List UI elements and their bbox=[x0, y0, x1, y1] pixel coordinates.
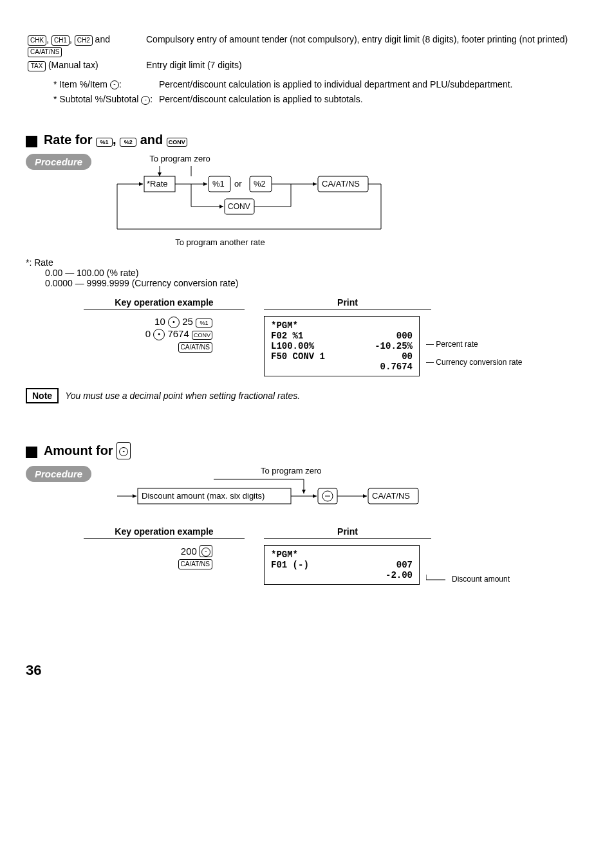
col-key-op: Key operation example bbox=[84, 297, 245, 309]
col-print-2: Print bbox=[264, 526, 431, 539]
col-print: Print bbox=[264, 297, 431, 309]
svg-text:*Rate: *Rate bbox=[147, 179, 168, 189]
svg-text:%2: %2 bbox=[254, 179, 266, 189]
keyop-line3: CA/AT/NS bbox=[26, 340, 212, 353]
procedure-badge: Procedure bbox=[26, 154, 91, 170]
star-1-label: * Subtotal %/Subtotal -: bbox=[53, 94, 153, 104]
amount-keyop-line1: 200 - bbox=[26, 545, 212, 557]
rate-title: Rate for %1, %2 and CONV bbox=[44, 133, 187, 147]
keyop-line2: 0 • 7674 CONV bbox=[26, 328, 212, 340]
svg-text:Discount amount (max. six digi: Discount amount (max. six digits) bbox=[142, 491, 265, 501]
star-0-label: * Item %/Item -: bbox=[53, 79, 122, 89]
annot-discount-amount: Discount amount bbox=[426, 575, 510, 585]
key-ch1: CH1 bbox=[51, 35, 70, 46]
spec-desc-0: Compulsory entry of amount tender (not c… bbox=[145, 33, 587, 58]
annot-percent-rate: — Percent rate bbox=[426, 340, 522, 349]
spec-table: CHK, CH1, CH2 and CA/AT/NS Compulsory en… bbox=[26, 32, 588, 73]
col-key-op-2: Key operation example bbox=[84, 526, 245, 539]
star-0-desc: Percent/discount calculation is applied … bbox=[158, 78, 513, 90]
spec-desc-1: Entry digit limit (7 digits) bbox=[145, 59, 587, 72]
star-1-desc: Percent/discount calculation is applied … bbox=[158, 91, 513, 105]
page-number: 36 bbox=[26, 662, 588, 679]
svg-text:%1: %1 bbox=[212, 179, 225, 189]
key-tax: TAX bbox=[28, 61, 46, 71]
note-text: You must use a decimal point when settin… bbox=[65, 391, 300, 401]
key-ch2: CH2 bbox=[75, 35, 93, 46]
to-program-another: To program another rate bbox=[175, 237, 445, 247]
procedure-badge-2: Procedure bbox=[26, 466, 91, 482]
note-badge: Note bbox=[26, 388, 59, 403]
to-program-zero: To program zero bbox=[149, 154, 445, 163]
to-program-zero-2: To program zero bbox=[111, 466, 471, 476]
rate-info-1: 0.00 — 100.00 (% rate) bbox=[45, 268, 588, 278]
svg-text:CONV: CONV bbox=[228, 202, 250, 211]
amount-keyop-line2: CA/AT/NS bbox=[26, 557, 212, 569]
amount-print-box: *PGM* F01 (-)007 -2.00 bbox=[264, 545, 420, 585]
annot-currency-rate: — Currency conversion rate bbox=[426, 358, 522, 367]
amount-flow-diagram: Discount amount (max. six digits) CA/AT/… bbox=[111, 477, 471, 515]
key-chk: CHK bbox=[28, 35, 46, 46]
svg-text:CA/AT/NS: CA/AT/NS bbox=[322, 179, 360, 189]
keyop-line1: 10 • 25 %1 bbox=[26, 316, 212, 328]
amount-title: Amount for - bbox=[44, 443, 131, 457]
svg-text:or: or bbox=[234, 179, 242, 189]
rate-print-box: *PGM* F02 %1000 L100.00%-10.25% F50 CONV… bbox=[264, 316, 420, 376]
bullet-icon bbox=[26, 447, 37, 458]
bullet-icon bbox=[26, 136, 37, 147]
svg-text:CA/AT/NS: CA/AT/NS bbox=[372, 491, 410, 501]
rate-flow-diagram: *Rate %1 or %2 CA/AT/NS CONV bbox=[111, 165, 445, 235]
rate-info-head: *: Rate bbox=[26, 257, 588, 268]
key-caatns: CA/AT/NS bbox=[28, 47, 62, 57]
rate-info-2: 0.0000 — 9999.9999 (Currency conversion … bbox=[45, 278, 588, 288]
